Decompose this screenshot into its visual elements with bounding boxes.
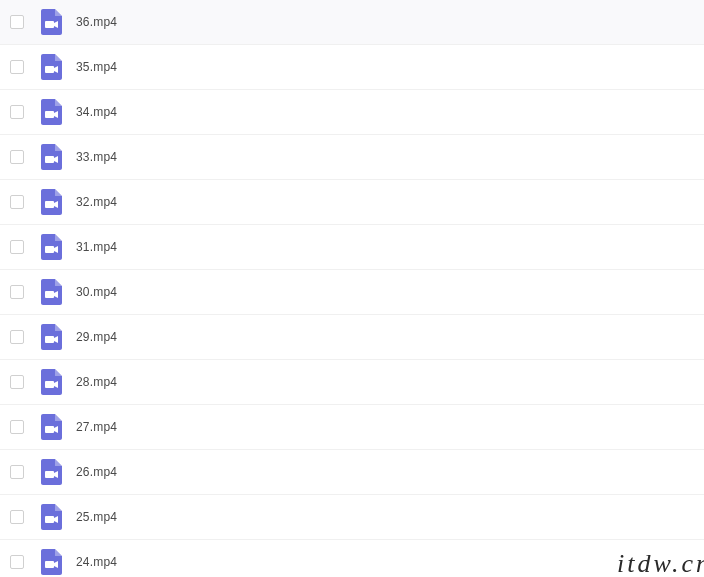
file-row[interactable]: 32.mp4 [0, 180, 704, 225]
file-checkbox[interactable] [10, 240, 24, 254]
file-name-label: 34.mp4 [76, 105, 117, 119]
file-row[interactable]: 24.mp4 [0, 540, 704, 577]
file-checkbox[interactable] [10, 105, 24, 119]
file-row[interactable]: 25.mp4 [0, 495, 704, 540]
file-checkbox[interactable] [10, 420, 24, 434]
video-file-icon [40, 369, 62, 395]
svg-rect-12 [45, 561, 54, 568]
file-name-label: 28.mp4 [76, 375, 117, 389]
video-file-icon [40, 9, 62, 35]
file-checkbox[interactable] [10, 330, 24, 344]
video-file-icon [40, 414, 62, 440]
file-name-label: 26.mp4 [76, 465, 117, 479]
file-checkbox[interactable] [10, 465, 24, 479]
file-name-label: 33.mp4 [76, 150, 117, 164]
video-file-icon [40, 54, 62, 80]
file-checkbox[interactable] [10, 375, 24, 389]
video-file-icon [40, 279, 62, 305]
file-name-label: 25.mp4 [76, 510, 117, 524]
file-checkbox[interactable] [10, 555, 24, 569]
file-name-label: 27.mp4 [76, 420, 117, 434]
file-checkbox[interactable] [10, 285, 24, 299]
svg-rect-2 [45, 111, 54, 118]
svg-rect-3 [45, 156, 54, 163]
video-file-icon [40, 324, 62, 350]
file-row[interactable]: 27.mp4 [0, 405, 704, 450]
file-checkbox[interactable] [10, 150, 24, 164]
file-checkbox[interactable] [10, 510, 24, 524]
file-row[interactable]: 26.mp4 [0, 450, 704, 495]
svg-rect-6 [45, 291, 54, 298]
svg-rect-8 [45, 381, 54, 388]
file-checkbox[interactable] [10, 15, 24, 29]
video-file-icon [40, 144, 62, 170]
video-file-icon [40, 99, 62, 125]
file-checkbox[interactable] [10, 60, 24, 74]
file-name-label: 30.mp4 [76, 285, 117, 299]
video-file-icon [40, 189, 62, 215]
file-name-label: 24.mp4 [76, 555, 117, 569]
file-row[interactable]: 33.mp4 [0, 135, 704, 180]
video-file-icon [40, 549, 62, 575]
video-file-icon [40, 459, 62, 485]
file-row[interactable]: 31.mp4 [0, 225, 704, 270]
file-list: 36.mp4 35.mp4 34.mp4 33.mp4 32.mp4 31.mp… [0, 0, 704, 577]
file-row[interactable]: 28.mp4 [0, 360, 704, 405]
svg-rect-7 [45, 336, 54, 343]
svg-rect-9 [45, 426, 54, 433]
video-file-icon [40, 504, 62, 530]
svg-rect-11 [45, 516, 54, 523]
file-row[interactable]: 30.mp4 [0, 270, 704, 315]
file-row[interactable]: 35.mp4 [0, 45, 704, 90]
file-name-label: 31.mp4 [76, 240, 117, 254]
file-row[interactable]: 36.mp4 [0, 0, 704, 45]
file-row[interactable]: 34.mp4 [0, 90, 704, 135]
video-file-icon [40, 234, 62, 260]
svg-rect-4 [45, 201, 54, 208]
file-name-label: 36.mp4 [76, 15, 117, 29]
file-name-label: 29.mp4 [76, 330, 117, 344]
svg-rect-5 [45, 246, 54, 253]
file-checkbox[interactable] [10, 195, 24, 209]
file-name-label: 32.mp4 [76, 195, 117, 209]
svg-rect-10 [45, 471, 54, 478]
svg-rect-0 [45, 21, 54, 28]
file-name-label: 35.mp4 [76, 60, 117, 74]
svg-rect-1 [45, 66, 54, 73]
file-row[interactable]: 29.mp4 [0, 315, 704, 360]
